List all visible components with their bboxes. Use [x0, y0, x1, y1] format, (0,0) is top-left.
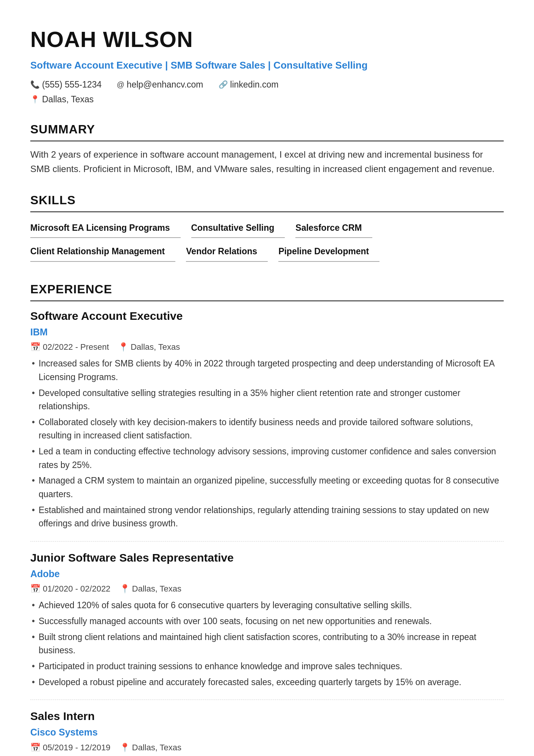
contact-row: 📞 (555) 555-1234 @ help@enhancv.com 🔗 li… — [30, 78, 504, 91]
summary-text: With 2 years of experience in software a… — [30, 147, 504, 177]
calendar-icon: 📅 — [30, 582, 41, 595]
summary-section: SUMMARY With 2 years of experience in so… — [30, 120, 504, 177]
job-date: 📅 02/2022 - Present — [30, 341, 109, 353]
bullet-item: Successfully managed accounts with over … — [30, 615, 504, 628]
experience-entry: Sales Intern Cisco Systems 📅 05/2019 - 1… — [30, 707, 504, 756]
location-pin-icon: 📍 — [120, 582, 130, 595]
calendar-icon: 📅 — [30, 341, 41, 353]
bullet-item: Developed consultative selling strategie… — [30, 387, 504, 413]
bullet-item: Achieved 120% of sales quota for 6 conse… — [30, 599, 504, 612]
email-item: @ help@enhancv.com — [117, 78, 203, 91]
bullet-item: Built strong client relations and mainta… — [30, 631, 504, 657]
skills-section: SKILLS Microsoft EA Licensing ProgramsCo… — [30, 191, 504, 266]
location-row: 📍 Dallas, Texas — [30, 93, 504, 106]
phone-icon: 📞 — [30, 79, 40, 90]
calendar-icon: 📅 — [30, 741, 41, 754]
job-meta: 📅 01/2020 - 02/2022 📍 Dallas, Texas — [30, 582, 504, 595]
skill-item: Pipeline Development — [278, 242, 379, 262]
bullet-item: Led a team in conducting effective techn… — [30, 445, 504, 472]
skill-item: Salesforce CRM — [295, 218, 372, 238]
bullet-item: Increased sales for SMB clients by 40% i… — [30, 357, 504, 384]
linkedin-icon: 🔗 — [219, 79, 228, 90]
job-location: 📍 Dallas, Texas — [120, 741, 181, 754]
bullet-item: Collaborated closely with key decision-m… — [30, 416, 504, 443]
candidate-name: NOAH WILSON — [30, 23, 504, 56]
job-location: 📍 Dallas, Texas — [118, 341, 180, 353]
bullet-item: Managed a CRM system to maintain an orga… — [30, 474, 504, 501]
skill-item: Consultative Selling — [191, 218, 285, 238]
phone-number: (555) 555-1234 — [42, 78, 101, 91]
experience-entry: Junior Software Sales Representative Ado… — [30, 549, 504, 689]
skill-item: Client Relationship Management — [30, 242, 175, 262]
job-meta: 📅 02/2022 - Present 📍 Dallas, Texas — [30, 341, 504, 353]
resume-header: NOAH WILSON Software Account Executive |… — [30, 23, 504, 106]
bullet-item: Established and maintained strong vendor… — [30, 504, 504, 531]
company-name: Cisco Systems — [30, 725, 504, 740]
section-divider — [30, 541, 504, 542]
company-name: IBM — [30, 325, 504, 340]
experience-section: EXPERIENCE Software Account Executive IB… — [30, 280, 504, 756]
job-date: 📅 05/2019 - 12/2019 — [30, 741, 111, 754]
location-icon: 📍 — [30, 94, 40, 105]
location-text: Dallas, Texas — [42, 93, 94, 106]
section-divider — [30, 700, 504, 700]
job-location: 📍 Dallas, Texas — [120, 582, 181, 595]
phone-item: 📞 (555) 555-1234 — [30, 78, 101, 91]
linkedin-url: linkedin.com — [230, 78, 279, 91]
skills-title: SKILLS — [30, 191, 504, 212]
summary-title: SUMMARY — [30, 120, 504, 141]
experience-entry: Software Account Executive IBM 📅 02/2022… — [30, 307, 504, 531]
bullet-list: Achieved 120% of sales quota for 6 conse… — [30, 599, 504, 689]
bullet-list: Increased sales for SMB clients by 40% i… — [30, 357, 504, 531]
email-address: help@enhancv.com — [127, 78, 203, 91]
company-name: Adobe — [30, 567, 504, 581]
bullet-item: Participated in product training session… — [30, 660, 504, 673]
skill-item: Microsoft EA Licensing Programs — [30, 218, 181, 238]
skill-item: Vendor Relations — [186, 242, 268, 262]
location-pin-icon: 📍 — [118, 341, 128, 353]
location-pin-icon: 📍 — [120, 741, 130, 754]
job-title: Sales Intern — [30, 707, 504, 725]
job-title: Software Account Executive — [30, 307, 504, 324]
job-meta: 📅 05/2019 - 12/2019 📍 Dallas, Texas — [30, 741, 504, 754]
skills-grid: Microsoft EA Licensing ProgramsConsultat… — [30, 218, 504, 266]
candidate-subtitle: Software Account Executive | SMB Softwar… — [30, 58, 504, 73]
email-icon: @ — [117, 79, 124, 90]
experience-entries: Software Account Executive IBM 📅 02/2022… — [30, 307, 504, 756]
bullet-item: Developed a robust pipeline and accurate… — [30, 676, 504, 689]
experience-title: EXPERIENCE — [30, 280, 504, 301]
linkedin-item: 🔗 linkedin.com — [219, 78, 279, 91]
job-date: 📅 01/2020 - 02/2022 — [30, 582, 111, 595]
job-title: Junior Software Sales Representative — [30, 549, 504, 566]
